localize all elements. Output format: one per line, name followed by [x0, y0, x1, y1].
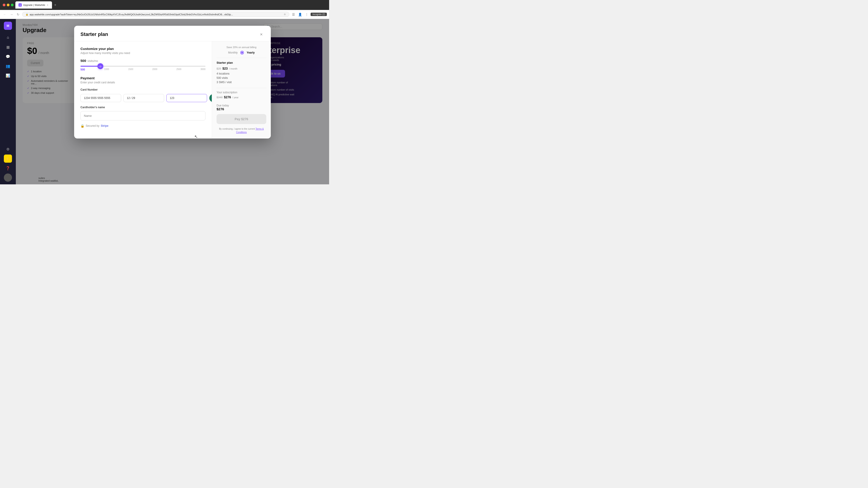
slider-label-2000: 2000 — [152, 68, 157, 71]
slider-arrows: ◁▷ — [98, 65, 102, 68]
slider-label-1500: 1500 — [128, 68, 133, 71]
back-btn[interactable]: ← — [2, 12, 7, 17]
price-original: $29 — [217, 67, 221, 70]
card-number-input[interactable] — [81, 94, 121, 102]
plan-locations: 4 locations — [217, 72, 266, 76]
payment-section: Payment Enter your credit card details C… — [81, 76, 206, 128]
slider-label-3000: 3000 — [200, 68, 206, 71]
cvc-input[interactable] — [166, 94, 207, 102]
billing-toggle-section: Save 20% on annual billing Monthly Yearl… — [217, 46, 266, 55]
plan-summary-title: Starter plan — [217, 61, 266, 64]
maximize-window-btn[interactable] — [11, 4, 13, 6]
browser-actions: ☰ 👤 ⋮ Incognito (2) — [291, 12, 327, 17]
sidebar: M ⌂ ▦ 💬 👥 📊 ⚙ ⚡ ❓ — [0, 19, 16, 184]
tab-bar: M Upgrade | Waitwhile × + — [16, 1, 327, 8]
cardholder-section: Cardholder's name — [81, 106, 206, 121]
due-today-amount: $276 — [217, 107, 266, 111]
price-period: / month — [229, 67, 237, 70]
minimize-window-btn[interactable] — [7, 4, 9, 6]
sidebar-item-analytics[interactable]: 📊 — [4, 71, 12, 79]
lock-icon: 🔒 — [81, 124, 84, 128]
modal-title: Starter plan — [81, 31, 108, 37]
active-tab[interactable]: M Upgrade | Waitwhile × — [16, 1, 52, 8]
subscription-summary: Your subscription $348 $276 / year — [217, 88, 266, 99]
slider-value: 500 — [81, 59, 86, 63]
plan-sms: 3 SMS / visit — [217, 80, 266, 85]
sub-period: / year — [232, 96, 239, 99]
monthly-label: Monthly — [228, 51, 238, 54]
refresh-btn[interactable]: ↻ — [16, 12, 20, 17]
lock-icon: 🔒 — [26, 13, 28, 15]
browser-chrome: M Upgrade | Waitwhile × + — [0, 0, 329, 10]
modal-left-panel: Customize your plan Adjust how many mont… — [74, 41, 212, 138]
bookmark-icon[interactable]: ☆ — [284, 13, 286, 16]
cardholder-label: Cardholder's name — [81, 106, 206, 109]
cardholder-input[interactable] — [81, 111, 206, 121]
incognito-badge: Incognito (2) — [311, 13, 327, 16]
close-window-btn[interactable] — [3, 4, 5, 6]
due-today: Due today $276 — [217, 104, 266, 111]
sub-price-original: $348 — [217, 96, 223, 99]
card-number-label: Card Number — [81, 88, 206, 91]
card-fields: ⚡ Save with link — [81, 94, 206, 102]
tab-title: Upgrade | Waitwhile — [23, 4, 45, 6]
profile-btn[interactable]: 👤 — [297, 12, 303, 17]
secured-by-label: Secured by — [86, 124, 99, 127]
sidebar-item-settings[interactable]: ⚙ — [4, 145, 12, 153]
sidebar-item-home[interactable]: ⌂ — [4, 33, 12, 41]
slider-container[interactable]: ◁▷ 500 1000 1500 2000 2500 3000 — [81, 66, 206, 71]
slider-unit: visits/mo — [88, 59, 98, 63]
stripe-label: Stripe — [101, 124, 108, 127]
slider-label-500: 500 — [81, 68, 85, 71]
slider-label-2500: 2500 — [176, 68, 181, 71]
sidebar-item-help[interactable]: ❓ — [4, 164, 12, 172]
main-content: Moodjoy7434 Upgrade 🔍 Search... Free $0 … — [16, 19, 329, 184]
save-with-link-btn[interactable]: ⚡ Save with link — [209, 94, 212, 102]
sub-price-discounted: $276 — [224, 95, 231, 99]
app-layout: M ⌂ ▦ 💬 👥 📊 ⚙ ⚡ ❓ Moodjoy7434 Upgrade 🔍 … — [0, 19, 329, 184]
more-btn[interactable]: ⋮ — [304, 12, 309, 17]
slider-track: ◁▷ — [81, 66, 206, 67]
yearly-label: Yearly — [247, 51, 254, 54]
forward-btn[interactable]: → — [9, 12, 14, 17]
modal-body: Customize your plan Adjust how many mont… — [74, 41, 271, 138]
slider-value-display: 500 visits/mo — [81, 59, 206, 63]
plan-visits: 500 visits — [217, 76, 266, 80]
url-bar[interactable]: 🔒 app.waitwhile.com/upgrade?authToken=ey… — [22, 12, 289, 17]
billing-toggle: Monthly Yearly — [217, 51, 266, 55]
upgrade-icon[interactable]: ⚡ — [4, 155, 12, 163]
price-discounted: $23 — [222, 67, 228, 70]
yearly-radio-btn[interactable] — [240, 51, 244, 55]
payment-title: Payment — [81, 76, 206, 80]
due-today-label: Due today — [217, 104, 266, 107]
sidebar-item-chat[interactable]: 💬 — [4, 53, 12, 61]
plan-price-row: $29 $23 / month — [217, 67, 266, 70]
payment-subtitle: Enter your credit card details — [81, 81, 206, 84]
user-avatar[interactable] — [4, 173, 12, 182]
subscription-price-row: $348 $276 / year — [217, 95, 266, 99]
pay-button[interactable]: Pay $276 — [217, 114, 266, 124]
modal-overlay: Starter plan × Customize your plan Adjus… — [16, 19, 329, 184]
sidebar-item-users[interactable]: 👥 — [4, 62, 12, 70]
billing-save-text: Save 20% on annual billing — [217, 46, 266, 48]
new-tab-btn[interactable]: + — [53, 2, 58, 7]
plan-summary: Starter plan $29 $23 / month 4 locations… — [217, 58, 266, 85]
terms-prefix: By continuing, I agree to the current — [219, 128, 255, 130]
url-text: app.waitwhile.com/upgrade?authToken=eyJh… — [30, 13, 282, 16]
modal-right-panel: Save 20% on annual billing Monthly Yearl… — [212, 41, 271, 138]
secured-by: 🔒 Secured by Stripe — [81, 124, 206, 128]
sidebar-avatar: M — [4, 22, 12, 30]
slider-thumb[interactable]: ◁▷ — [97, 63, 103, 69]
tab-close-btn[interactable]: × — [46, 4, 49, 6]
expiry-input[interactable] — [123, 94, 164, 102]
modal: Starter plan × Customize your plan Adjus… — [74, 26, 271, 138]
modal-header: Starter plan × — [74, 26, 271, 41]
extensions-btn[interactable]: ☰ — [291, 12, 296, 17]
customize-section-title: Customize your plan — [81, 47, 206, 51]
slider-label-1000: 1000 — [104, 68, 109, 71]
modal-close-btn[interactable]: × — [258, 31, 265, 37]
window-controls — [3, 4, 13, 6]
sidebar-bottom: ⚙ ⚡ ❓ — [4, 145, 12, 182]
sidebar-item-calendar[interactable]: ▦ — [4, 43, 12, 51]
tab-favicon: M — [19, 3, 22, 6]
